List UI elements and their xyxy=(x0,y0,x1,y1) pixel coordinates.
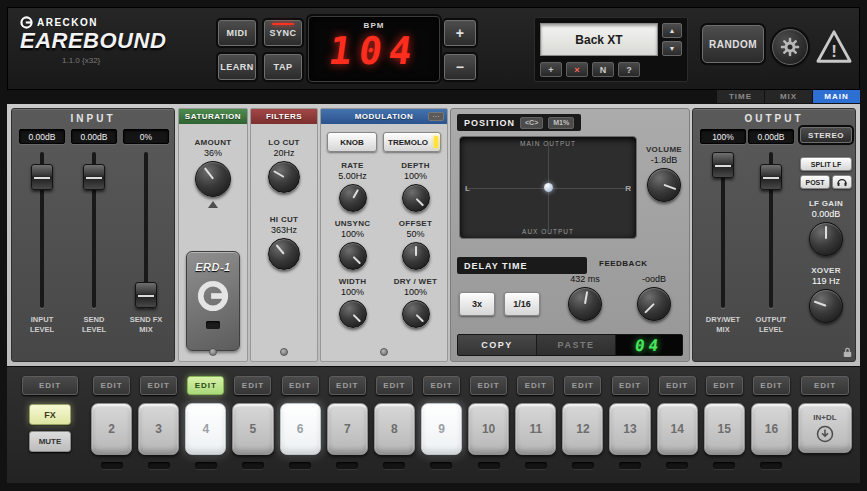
pad-7-edit-button[interactable]: EDIT xyxy=(329,376,366,395)
pad-7[interactable]: 7 xyxy=(327,403,368,455)
pad-15[interactable]: 15 xyxy=(704,403,745,455)
pad-3[interactable]: 3 xyxy=(138,403,179,455)
knob-mode-button[interactable]: KNOB xyxy=(327,132,377,152)
xover-knob[interactable] xyxy=(809,289,843,323)
amount-knob[interactable] xyxy=(195,161,231,197)
lo-cut-knob[interactable] xyxy=(268,161,300,193)
hi-cut-knob[interactable] xyxy=(268,238,300,270)
pad-14-edit-button[interactable]: EDIT xyxy=(659,376,696,395)
preset-add-button[interactable]: + xyxy=(540,62,562,77)
send-level-fader-group: 0.00dB SEND LEVEL xyxy=(70,129,118,335)
paste-button[interactable]: PASTE xyxy=(537,335,616,355)
depth-knob[interactable] xyxy=(402,184,430,212)
warning-button[interactable]: ! xyxy=(814,27,854,67)
post-button[interactable]: POST xyxy=(800,175,830,189)
tab-time[interactable]: TIME xyxy=(716,90,764,103)
pad-10-edit-button[interactable]: EDIT xyxy=(470,376,507,395)
split-lf-button[interactable]: SPLIT LF xyxy=(800,157,852,171)
indl-edit-button[interactable]: EDIT xyxy=(801,376,850,395)
pad-16-edit-button[interactable]: EDIT xyxy=(753,376,790,395)
pad-1-edit-button[interactable]: EDIT xyxy=(22,376,78,395)
pad-4-edit-button[interactable]: EDIT xyxy=(187,376,224,395)
pad-13[interactable]: 13 xyxy=(609,403,650,455)
unsync-knob[interactable] xyxy=(339,242,367,270)
pad-15-edit-button[interactable]: EDIT xyxy=(706,376,743,395)
indl-button[interactable]: IN+DL xyxy=(798,403,852,453)
delay-div-button[interactable]: 1/16 xyxy=(504,292,540,316)
bpm-decrease-button[interactable]: − xyxy=(444,54,476,80)
delay-time-knob[interactable] xyxy=(568,287,602,321)
pad-4-column: EDIT 4 xyxy=(185,376,226,483)
send-level-fader-handle[interactable] xyxy=(83,164,105,190)
offset-knob[interactable] xyxy=(402,242,430,270)
input-level-fader-handle[interactable] xyxy=(31,164,53,190)
mute-button[interactable]: MUTE xyxy=(29,431,71,452)
position-mono-button[interactable]: M1% xyxy=(548,117,574,129)
preset-new-button[interactable]: N xyxy=(592,62,614,77)
modulation-menu-button[interactable]: ··· xyxy=(428,112,444,121)
dry-wet-mix-fader[interactable] xyxy=(712,150,734,310)
sync-button[interactable]: SYNC xyxy=(264,20,302,46)
feedback-knob[interactable] xyxy=(637,287,671,321)
learn-button[interactable]: LEARN xyxy=(218,54,256,80)
lf-gain-knob[interactable] xyxy=(809,222,843,256)
pad-4[interactable]: 4 xyxy=(185,403,226,455)
preset-up-button[interactable]: ▲ xyxy=(662,23,682,38)
pad-9[interactable]: 9 xyxy=(421,403,462,455)
tab-mix[interactable]: MIX xyxy=(764,90,812,103)
fx-button[interactable]: FX xyxy=(29,404,71,425)
pad-5[interactable]: 5 xyxy=(232,403,273,455)
lock-icon[interactable] xyxy=(843,347,852,358)
position-center-button[interactable]: <C> xyxy=(520,117,543,129)
dry-wet-knob[interactable] xyxy=(402,300,430,328)
send-fx-mix-fader[interactable] xyxy=(135,150,157,310)
pad-16[interactable]: 16 xyxy=(751,403,792,455)
output-level-fader-handle[interactable] xyxy=(760,164,782,190)
erd-device[interactable]: ERD-1 xyxy=(186,251,240,351)
delay-mult-button[interactable]: 3x xyxy=(459,292,495,316)
pad-13-edit-button[interactable]: EDIT xyxy=(612,376,649,395)
settings-button[interactable] xyxy=(772,29,808,65)
pad-5-edit-button[interactable]: EDIT xyxy=(234,376,271,395)
preset-display[interactable]: Back XT xyxy=(540,23,658,56)
position-xy-pad[interactable]: MAIN OUTPUT AUX OUTPUT L R xyxy=(459,136,637,239)
pad-6-edit-button[interactable]: EDIT xyxy=(282,376,319,395)
pad-3-edit-button[interactable]: EDIT xyxy=(140,376,177,395)
width-knob[interactable] xyxy=(339,300,367,328)
tremolo-mode-button[interactable]: TREMOLO xyxy=(383,132,441,152)
preset-help-button[interactable]: ? xyxy=(618,62,640,77)
tab-main[interactable]: MAIN xyxy=(812,90,860,103)
copy-button[interactable]: COPY xyxy=(458,335,537,355)
output-level-fader[interactable] xyxy=(760,150,782,310)
volume-knob[interactable] xyxy=(647,168,681,202)
preset-down-button[interactable]: ▼ xyxy=(662,41,682,56)
xy-position-dot[interactable] xyxy=(544,183,553,192)
xy-right-label: R xyxy=(625,183,631,192)
stereo-button[interactable]: STEREO xyxy=(800,127,852,143)
pad-6[interactable]: 6 xyxy=(280,403,321,455)
headphone-button[interactable] xyxy=(832,175,852,189)
send-level-fader[interactable] xyxy=(83,150,105,310)
random-button[interactable]: RANDOM xyxy=(702,25,764,63)
pad-2[interactable]: 2 xyxy=(91,403,132,455)
pad-12-edit-button[interactable]: EDIT xyxy=(564,376,601,395)
rate-knob[interactable] xyxy=(339,184,367,212)
dry-wet-mix-fader-handle[interactable] xyxy=(712,152,734,178)
width-label: WIDTH xyxy=(321,277,384,286)
pad-8[interactable]: 8 xyxy=(374,403,415,455)
bpm-increase-button[interactable]: + xyxy=(444,20,476,46)
send-fx-mix-fader-handle[interactable] xyxy=(135,282,157,308)
pad-12[interactable]: 12 xyxy=(562,403,603,455)
pad-6-number: 6 xyxy=(297,422,304,436)
pad-8-edit-button[interactable]: EDIT xyxy=(376,376,413,395)
pad-2-edit-button[interactable]: EDIT xyxy=(93,376,130,395)
pad-11[interactable]: 11 xyxy=(515,403,556,455)
pad-10[interactable]: 10 xyxy=(468,403,509,455)
tap-button[interactable]: TAP xyxy=(264,54,302,80)
preset-delete-button[interactable]: × xyxy=(566,62,588,77)
pad-14[interactable]: 14 xyxy=(657,403,698,455)
midi-button[interactable]: MIDI xyxy=(218,20,256,46)
pad-9-edit-button[interactable]: EDIT xyxy=(423,376,460,395)
pad-11-edit-button[interactable]: EDIT xyxy=(517,376,554,395)
input-level-fader[interactable] xyxy=(31,150,53,310)
